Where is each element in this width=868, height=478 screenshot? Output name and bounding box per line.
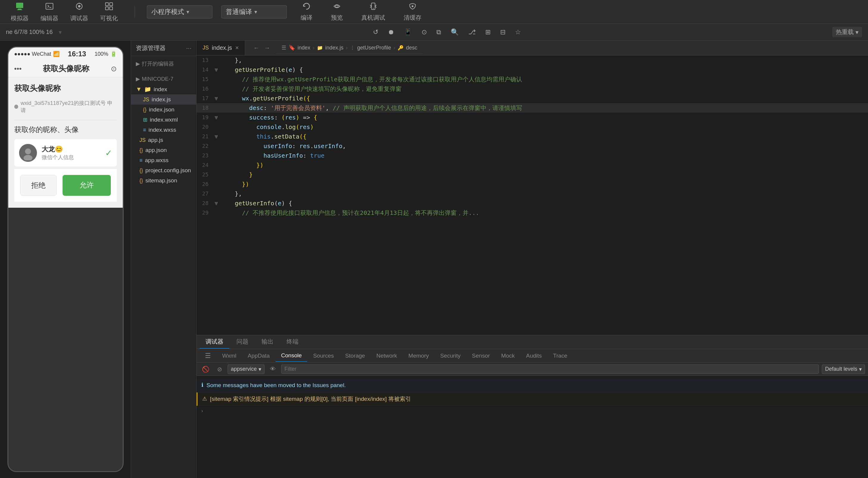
- screenshot-btn[interactable]: ⊙: [419, 27, 429, 37]
- tab-close-icon[interactable]: ✕: [235, 45, 239, 51]
- reject-button[interactable]: 拒绝: [20, 175, 57, 196]
- file-index-json[interactable]: {} index.json: [131, 104, 196, 115]
- mobile-btn[interactable]: 📱: [402, 27, 414, 37]
- console-level-select[interactable]: Default levels ▾: [822, 364, 865, 374]
- realtest-button[interactable]: 真机调试: [356, 0, 390, 24]
- refresh-button[interactable]: 编译: [296, 0, 317, 24]
- wifi-icon: 📶: [53, 51, 60, 57]
- debug-tab-terminal[interactable]: 终端: [281, 335, 304, 349]
- search-btn[interactable]: 🔍: [448, 27, 461, 37]
- devtools-button[interactable]: 调试器: [65, 0, 93, 24]
- branch-btn[interactable]: ⎇: [466, 27, 478, 37]
- file-index-js[interactable]: JS index.js: [131, 94, 196, 104]
- phone-user-name: 大龙😊: [42, 145, 74, 154]
- layout-btn[interactable]: ⊟: [498, 27, 508, 37]
- breadcrumb-file[interactable]: index.js: [325, 45, 343, 51]
- stop-btn[interactable]: ⏺: [385, 27, 397, 37]
- phone-nav-left: •••: [14, 65, 22, 73]
- phone-circle-btn[interactable]: ⊙: [111, 65, 117, 73]
- console-eye-btn[interactable]: 👁: [268, 364, 278, 374]
- editor-nav-arrows: ← →: [248, 42, 276, 54]
- api-info-text: wxid_3oi57s1187ye21的接口测试号 申请: [21, 99, 117, 114]
- devtools-tab-storage[interactable]: Storage: [340, 350, 371, 361]
- devtools-tab-wxml[interactable]: Wxml: [217, 350, 242, 361]
- preview-button[interactable]: 预览: [326, 0, 348, 24]
- debug-panel: 调试器 问题 输出 终端 ☰ Wxml AppData Console Sour…: [196, 335, 868, 478]
- file-app-wxss[interactable]: ≡ app.wxss: [131, 155, 196, 166]
- console-pause-btn[interactable]: ⊘: [215, 364, 225, 374]
- debug-tab-issues[interactable]: 问题: [230, 335, 254, 349]
- devtools-tab-mock[interactable]: Mock: [496, 350, 520, 361]
- more-btn[interactable]: ☆: [513, 27, 523, 37]
- devtools-tab-network[interactable]: Network: [371, 350, 402, 361]
- mode-select[interactable]: 小程序模式 ▾: [147, 5, 212, 19]
- breadcrumb-index[interactable]: index: [298, 45, 310, 51]
- file-panel-more-icon[interactable]: ···: [186, 44, 191, 52]
- devtools-tab-sensor[interactable]: Sensor: [466, 350, 495, 361]
- clearcache-label: 清缓存: [404, 14, 422, 22]
- svg-rect-2: [17, 9, 22, 10]
- service-select[interactable]: appservice ▾: [227, 364, 265, 374]
- file-app-js[interactable]: JS app.js: [131, 135, 196, 145]
- project-title[interactable]: ▶ MINICODE-7: [131, 74, 196, 84]
- opened-editors-title[interactable]: ▶ 打开的编辑器: [131, 58, 196, 69]
- file-index-wxss[interactable]: ≡ index.wxss: [131, 125, 196, 135]
- hot-reload-label: 热重载: [836, 28, 854, 36]
- clearcache-button[interactable]: 清缓存: [399, 0, 426, 24]
- phone-user-row: 大龙😊 微信个人信息 ✓: [14, 139, 117, 167]
- phone-nav-right: ⊙: [111, 65, 117, 73]
- devtools-tab-trace[interactable]: Trace: [548, 350, 573, 361]
- console-cursor[interactable]: ›: [196, 406, 868, 416]
- code-editor[interactable]: 13 }, 14 ▼ getUserProfile(e) { 15 // 推荐使…: [196, 55, 868, 335]
- visualize-button[interactable]: 可视化: [95, 0, 123, 24]
- code-line-29: 29 // 不推荐使用此接口获取用户信息，预计在2021年4月13日起，将不再弹…: [196, 208, 868, 217]
- folder-index[interactable]: ▼ 📁 index: [131, 84, 196, 94]
- allow-button[interactable]: 允许: [63, 175, 111, 196]
- devtools-tab-icon[interactable]: ☰: [199, 350, 216, 362]
- svg-point-16: [412, 5, 413, 7]
- code-line-28: 28 ▼ getUserInfo(e) {: [196, 199, 868, 208]
- breadcrumb-prop[interactable]: desc: [406, 45, 417, 51]
- devtools-tab-appdata[interactable]: AppData: [242, 350, 275, 361]
- main-layout: ●●●●● WeChat 📶 16:13 100% 🔋 ••• 获取头像昵称 ⊙: [0, 40, 868, 478]
- compile-select[interactable]: 普通编译 ▾: [221, 5, 287, 19]
- editor-button[interactable]: 编辑器: [36, 0, 63, 24]
- file-index-wxml[interactable]: ⊞ index.wxml: [131, 115, 196, 125]
- console-clear-btn[interactable]: 🚫: [199, 364, 212, 374]
- console-filter-input[interactable]: [281, 364, 819, 374]
- devtools-tab-audits[interactable]: Audits: [521, 350, 547, 361]
- phone-page-title: 获取头像昵称: [22, 63, 111, 74]
- editor-tab-index-js[interactable]: JS index.js ✕: [196, 40, 245, 55]
- file-app-json[interactable]: {} app.json: [131, 145, 196, 155]
- devtools-tab-memory[interactable]: Memory: [403, 350, 434, 361]
- phone-content: 获取头像昵称 wxid_3oi57s1187ye21的接口测试号 申请 获取你的…: [8, 77, 123, 208]
- opened-editors-section: ▶ 打开的编辑器: [131, 56, 196, 71]
- hot-reload-toggle[interactable]: 热重载 ▾: [832, 27, 862, 37]
- debug-tab-debugger[interactable]: 调试器: [199, 335, 229, 349]
- devtools-tab-security[interactable]: Security: [435, 350, 466, 361]
- grid-btn[interactable]: ⊞: [483, 27, 493, 37]
- svg-point-18: [24, 155, 32, 160]
- file-sitemap[interactable]: {} sitemap.json: [131, 176, 196, 186]
- console-msg-warning-text: [sitemap 索引情况提示] 根据 sitemap 的规则[0], 当前页面…: [210, 395, 863, 404]
- back-nav-icon[interactable]: ←: [251, 42, 262, 54]
- phone-more-icon[interactable]: •••: [14, 65, 22, 73]
- tab-name: index.js: [212, 44, 232, 51]
- battery-icon: 🔋: [110, 51, 117, 57]
- visualize-label: 可视化: [100, 14, 118, 22]
- file-project-config[interactable]: {} project.config.json: [131, 166, 196, 176]
- back-btn[interactable]: ↺: [371, 27, 381, 37]
- copy-btn[interactable]: ⧉: [434, 27, 443, 37]
- breadcrumb-func[interactable]: getUserProfile: [357, 45, 391, 51]
- phone-api-info: wxid_3oi57s1187ye21的接口测试号 申请: [14, 99, 117, 114]
- phone-user-info: 大龙😊 微信个人信息: [42, 145, 74, 161]
- service-arrow-icon: ▾: [258, 366, 261, 372]
- console-toolbar: 🚫 ⊘ appservice ▾ 👁 Default levels ▾: [196, 363, 868, 376]
- forward-nav-icon[interactable]: →: [262, 42, 273, 54]
- breadcrumb-prop-icon: 🔑: [398, 45, 404, 51]
- devtools-tab-console[interactable]: Console: [276, 350, 307, 362]
- devtools-tab-sources[interactable]: Sources: [308, 350, 339, 361]
- debug-tab-output[interactable]: 输出: [255, 335, 279, 349]
- simulator-button[interactable]: 模拟器: [6, 0, 33, 24]
- toolbar-left-group: 模拟器 编辑器 调试器: [6, 0, 123, 24]
